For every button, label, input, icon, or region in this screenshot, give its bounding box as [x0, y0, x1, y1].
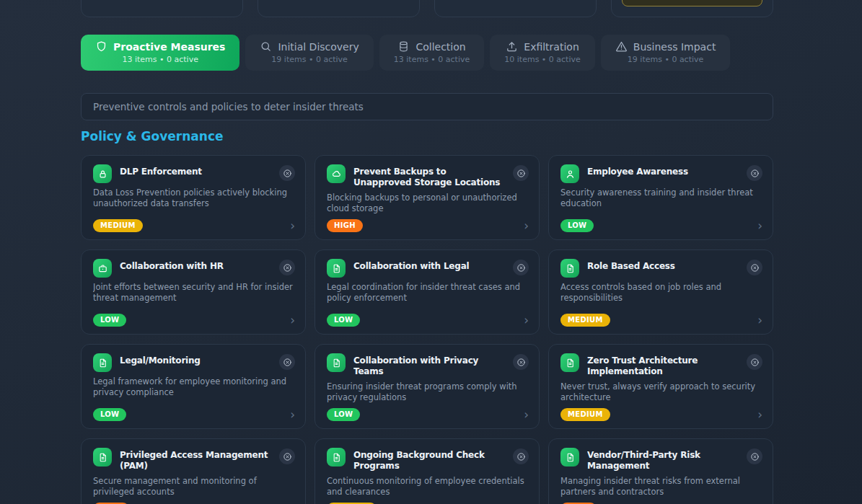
measure-card-ongoing-background-check-programs[interactable]: Ongoing Background Check Programs Contin…: [315, 438, 540, 504]
tab-subtitle: 19 items • 0 active: [260, 55, 359, 64]
database-icon: [397, 40, 410, 53]
category-description-text: Preventive controls and policies to dete…: [93, 101, 364, 112]
severity-badge: LOW: [327, 314, 360, 327]
chevron-right-icon: ›: [290, 220, 295, 232]
tab-label: Exfiltration: [524, 41, 579, 53]
tab-business-impact[interactable]: Business Impact 19 items • 0 active: [601, 35, 731, 71]
measure-card-privileged-access-management-pam[interactable]: Privileged Access Management (PAM) Secur…: [81, 438, 306, 504]
briefcase-icon: [93, 259, 112, 278]
summary-card: [258, 0, 420, 17]
chevron-right-icon: ›: [757, 220, 762, 232]
measure-description: Security awareness training and insider …: [560, 187, 762, 208]
chevron-right-icon: ›: [290, 314, 295, 327]
tab-label: Business Impact: [633, 41, 716, 53]
measure-title: DLP Enforcement: [120, 164, 271, 177]
search-icon: [260, 40, 272, 53]
dismiss-button[interactable]: [279, 165, 295, 181]
tab-subtitle: 19 items • 0 active: [615, 55, 716, 64]
measure-card-dlp-enforcement[interactable]: DLP Enforcement Data Loss Prevention pol…: [81, 155, 306, 240]
file-icon: [327, 353, 346, 372]
category-tabs: Proactive Measures 13 items • 0 active I…: [81, 35, 730, 71]
file-icon: [560, 259, 579, 278]
measure-title: Collaboration with HR: [120, 259, 271, 272]
category-description: Preventive controls and policies to dete…: [81, 93, 773, 120]
tab-initial-discovery[interactable]: Initial Discovery 19 items • 0 active: [245, 35, 373, 71]
measure-title: Collaboration with Legal: [353, 259, 505, 272]
circle-x-icon: [516, 452, 526, 461]
file-icon: [93, 448, 112, 467]
tab-proactive-measures[interactable]: Proactive Measures 13 items • 0 active: [81, 35, 239, 71]
measure-card-collaboration-with-hr[interactable]: Collaboration with HR Joint efforts betw…: [81, 249, 306, 335]
circle-x-icon: [516, 263, 526, 273]
measure-card-employee-awareness[interactable]: Employee Awareness Security awareness tr…: [548, 155, 773, 240]
chevron-right-icon: ›: [757, 409, 762, 421]
measure-title: Role Based Access: [587, 259, 739, 272]
measure-card-vendor-third-party-risk-management[interactable]: Vendor/Third-Party Risk Management Manag…: [548, 438, 773, 504]
measure-title: Ongoing Background Check Programs: [353, 448, 505, 472]
dismiss-button[interactable]: [513, 165, 529, 181]
measure-description: Legal framework for employee monitoring …: [93, 376, 295, 397]
measure-card-role-based-access[interactable]: Role Based Access Access controls based …: [548, 249, 773, 335]
file-icon: [93, 353, 112, 372]
tab-collection[interactable]: Collection 13 items • 0 active: [379, 35, 485, 71]
severity-badge: MEDIUM: [560, 314, 610, 327]
highlighted-action-button[interactable]: [622, 0, 762, 6]
file-icon: [560, 353, 579, 372]
dismiss-button[interactable]: [279, 354, 295, 370]
measure-description: Data Loss Prevention policies actively b…: [93, 187, 295, 208]
severity-badge: LOW: [93, 408, 126, 421]
severity-badge: MEDIUM: [93, 219, 143, 232]
measure-card-prevent-backups-to-unapproved-storage-locations[interactable]: Prevent Backups to Unapproved Storage Lo…: [315, 155, 540, 240]
dismiss-button[interactable]: [747, 165, 762, 181]
circle-x-icon: [750, 452, 760, 461]
circle-x-icon: [750, 169, 760, 178]
chevron-right-icon: ›: [524, 220, 529, 232]
circle-x-icon: [283, 263, 292, 273]
measure-card-collaboration-with-legal[interactable]: Collaboration with Legal Legal coordinat…: [315, 249, 540, 335]
tab-exfiltration[interactable]: Exfiltration 10 items • 0 active: [490, 35, 595, 71]
dismiss-button[interactable]: [747, 448, 762, 464]
dismiss-button[interactable]: [513, 354, 529, 370]
file-icon: [560, 448, 579, 467]
measure-card-legal-monitoring[interactable]: Legal/Monitoring Legal framework for emp…: [81, 344, 306, 429]
chevron-right-icon: ›: [757, 314, 762, 327]
tab-subtitle: 13 items • 0 active: [394, 55, 470, 64]
measure-description: Blocking backups to personal or unauthor…: [327, 193, 529, 213]
measure-description: Managing insider threat risks from exter…: [560, 476, 762, 497]
dismiss-button[interactable]: [747, 260, 762, 275]
measure-title: Vendor/Third-Party Risk Management: [587, 448, 739, 472]
measure-card-zero-trust-architecture-implementation[interactable]: Zero Trust Architecture Implementation N…: [548, 344, 773, 429]
severity-badge: MEDIUM: [560, 408, 610, 421]
measure-description: Secure management and monitoring of priv…: [93, 476, 295, 497]
chevron-right-icon: ›: [524, 409, 529, 421]
measure-description: Never trust, always verify approach to s…: [560, 381, 762, 402]
measure-title: Employee Awareness: [587, 164, 739, 177]
circle-x-icon: [283, 169, 292, 178]
measure-description: Continuous monitoring of employee creden…: [327, 476, 529, 497]
measure-title: Collaboration with Privacy Teams: [353, 353, 505, 377]
tab-label: Collection: [415, 41, 465, 53]
summary-card: [81, 0, 243, 17]
circle-x-icon: [516, 169, 526, 178]
file-icon: [327, 259, 346, 278]
circle-x-icon: [516, 358, 526, 367]
dismiss-button[interactable]: [513, 448, 529, 464]
section-title: Policy & Governance: [81, 129, 224, 143]
measure-title: Privileged Access Management (PAM): [120, 448, 271, 472]
measure-card-collaboration-with-privacy-teams[interactable]: Collaboration with Privacy Teams Ensurin…: [315, 344, 540, 429]
severity-badge: LOW: [327, 408, 360, 421]
shield-icon: [95, 40, 107, 53]
dismiss-button[interactable]: [279, 260, 295, 275]
dismiss-button[interactable]: [279, 448, 295, 464]
tab-subtitle: 10 items • 0 active: [504, 55, 581, 64]
measure-description: Ensuring insider threat programs comply …: [327, 381, 529, 402]
summary-card: [434, 0, 597, 17]
dismiss-button[interactable]: [747, 354, 762, 370]
tab-label: Initial Discovery: [278, 41, 359, 53]
tab-label: Proactive Measures: [113, 41, 225, 53]
dismiss-button[interactable]: [513, 260, 529, 275]
chevron-right-icon: ›: [290, 409, 295, 421]
severity-badge: LOW: [560, 219, 594, 232]
tab-subtitle: 13 items • 0 active: [95, 55, 225, 64]
severity-badge: LOW: [93, 314, 126, 327]
